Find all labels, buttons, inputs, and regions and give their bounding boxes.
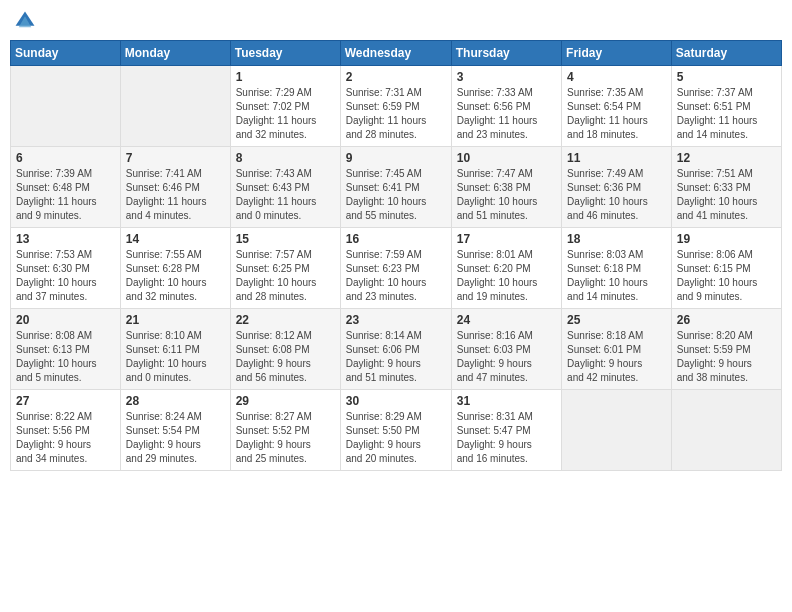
calendar-cell: 29Sunrise: 8:27 AM Sunset: 5:52 PM Dayli… bbox=[230, 390, 340, 471]
weekday-header: Monday bbox=[120, 41, 230, 66]
calendar-week-row: 1Sunrise: 7:29 AM Sunset: 7:02 PM Daylig… bbox=[11, 66, 782, 147]
day-detail: Sunrise: 8:18 AM Sunset: 6:01 PM Dayligh… bbox=[567, 329, 666, 385]
day-detail: Sunrise: 7:35 AM Sunset: 6:54 PM Dayligh… bbox=[567, 86, 666, 142]
calendar-cell: 27Sunrise: 8:22 AM Sunset: 5:56 PM Dayli… bbox=[11, 390, 121, 471]
day-number: 31 bbox=[457, 394, 556, 408]
calendar-cell: 13Sunrise: 7:53 AM Sunset: 6:30 PM Dayli… bbox=[11, 228, 121, 309]
calendar-cell: 5Sunrise: 7:37 AM Sunset: 6:51 PM Daylig… bbox=[671, 66, 781, 147]
calendar-cell: 8Sunrise: 7:43 AM Sunset: 6:43 PM Daylig… bbox=[230, 147, 340, 228]
calendar-cell: 25Sunrise: 8:18 AM Sunset: 6:01 PM Dayli… bbox=[562, 309, 672, 390]
day-number: 19 bbox=[677, 232, 776, 246]
day-detail: Sunrise: 7:57 AM Sunset: 6:25 PM Dayligh… bbox=[236, 248, 335, 304]
calendar-cell: 23Sunrise: 8:14 AM Sunset: 6:06 PM Dayli… bbox=[340, 309, 451, 390]
calendar-cell bbox=[11, 66, 121, 147]
day-number: 29 bbox=[236, 394, 335, 408]
day-number: 11 bbox=[567, 151, 666, 165]
day-detail: Sunrise: 7:29 AM Sunset: 7:02 PM Dayligh… bbox=[236, 86, 335, 142]
day-number: 24 bbox=[457, 313, 556, 327]
calendar-cell: 24Sunrise: 8:16 AM Sunset: 6:03 PM Dayli… bbox=[451, 309, 561, 390]
day-detail: Sunrise: 8:08 AM Sunset: 6:13 PM Dayligh… bbox=[16, 329, 115, 385]
calendar-cell: 12Sunrise: 7:51 AM Sunset: 6:33 PM Dayli… bbox=[671, 147, 781, 228]
day-detail: Sunrise: 8:01 AM Sunset: 6:20 PM Dayligh… bbox=[457, 248, 556, 304]
day-detail: Sunrise: 7:37 AM Sunset: 6:51 PM Dayligh… bbox=[677, 86, 776, 142]
day-detail: Sunrise: 7:49 AM Sunset: 6:36 PM Dayligh… bbox=[567, 167, 666, 223]
calendar-week-row: 20Sunrise: 8:08 AM Sunset: 6:13 PM Dayli… bbox=[11, 309, 782, 390]
day-number: 4 bbox=[567, 70, 666, 84]
day-detail: Sunrise: 7:47 AM Sunset: 6:38 PM Dayligh… bbox=[457, 167, 556, 223]
day-number: 26 bbox=[677, 313, 776, 327]
calendar-cell: 3Sunrise: 7:33 AM Sunset: 6:56 PM Daylig… bbox=[451, 66, 561, 147]
calendar-cell: 22Sunrise: 8:12 AM Sunset: 6:08 PM Dayli… bbox=[230, 309, 340, 390]
calendar-cell: 14Sunrise: 7:55 AM Sunset: 6:28 PM Dayli… bbox=[120, 228, 230, 309]
day-number: 20 bbox=[16, 313, 115, 327]
day-detail: Sunrise: 8:12 AM Sunset: 6:08 PM Dayligh… bbox=[236, 329, 335, 385]
day-detail: Sunrise: 7:43 AM Sunset: 6:43 PM Dayligh… bbox=[236, 167, 335, 223]
weekday-header: Saturday bbox=[671, 41, 781, 66]
day-detail: Sunrise: 8:16 AM Sunset: 6:03 PM Dayligh… bbox=[457, 329, 556, 385]
day-detail: Sunrise: 7:51 AM Sunset: 6:33 PM Dayligh… bbox=[677, 167, 776, 223]
calendar-cell: 19Sunrise: 8:06 AM Sunset: 6:15 PM Dayli… bbox=[671, 228, 781, 309]
day-detail: Sunrise: 7:45 AM Sunset: 6:41 PM Dayligh… bbox=[346, 167, 446, 223]
day-number: 3 bbox=[457, 70, 556, 84]
day-detail: Sunrise: 7:55 AM Sunset: 6:28 PM Dayligh… bbox=[126, 248, 225, 304]
calendar-cell: 6Sunrise: 7:39 AM Sunset: 6:48 PM Daylig… bbox=[11, 147, 121, 228]
calendar-cell bbox=[562, 390, 672, 471]
day-number: 16 bbox=[346, 232, 446, 246]
day-number: 13 bbox=[16, 232, 115, 246]
day-detail: Sunrise: 8:29 AM Sunset: 5:50 PM Dayligh… bbox=[346, 410, 446, 466]
day-detail: Sunrise: 7:31 AM Sunset: 6:59 PM Dayligh… bbox=[346, 86, 446, 142]
calendar-cell: 7Sunrise: 7:41 AM Sunset: 6:46 PM Daylig… bbox=[120, 147, 230, 228]
calendar-cell: 20Sunrise: 8:08 AM Sunset: 6:13 PM Dayli… bbox=[11, 309, 121, 390]
day-number: 28 bbox=[126, 394, 225, 408]
weekday-header: Wednesday bbox=[340, 41, 451, 66]
day-number: 21 bbox=[126, 313, 225, 327]
day-detail: Sunrise: 7:59 AM Sunset: 6:23 PM Dayligh… bbox=[346, 248, 446, 304]
calendar-cell: 30Sunrise: 8:29 AM Sunset: 5:50 PM Dayli… bbox=[340, 390, 451, 471]
day-number: 14 bbox=[126, 232, 225, 246]
day-detail: Sunrise: 7:41 AM Sunset: 6:46 PM Dayligh… bbox=[126, 167, 225, 223]
day-detail: Sunrise: 8:27 AM Sunset: 5:52 PM Dayligh… bbox=[236, 410, 335, 466]
day-detail: Sunrise: 7:33 AM Sunset: 6:56 PM Dayligh… bbox=[457, 86, 556, 142]
calendar-cell bbox=[120, 66, 230, 147]
calendar-header-row: SundayMondayTuesdayWednesdayThursdayFrid… bbox=[11, 41, 782, 66]
weekday-header: Tuesday bbox=[230, 41, 340, 66]
day-number: 2 bbox=[346, 70, 446, 84]
day-number: 7 bbox=[126, 151, 225, 165]
calendar-cell: 31Sunrise: 8:31 AM Sunset: 5:47 PM Dayli… bbox=[451, 390, 561, 471]
calendar-cell: 26Sunrise: 8:20 AM Sunset: 5:59 PM Dayli… bbox=[671, 309, 781, 390]
day-number: 8 bbox=[236, 151, 335, 165]
day-number: 18 bbox=[567, 232, 666, 246]
page-header bbox=[10, 10, 782, 32]
day-number: 25 bbox=[567, 313, 666, 327]
day-detail: Sunrise: 8:22 AM Sunset: 5:56 PM Dayligh… bbox=[16, 410, 115, 466]
day-detail: Sunrise: 8:14 AM Sunset: 6:06 PM Dayligh… bbox=[346, 329, 446, 385]
calendar-cell: 15Sunrise: 7:57 AM Sunset: 6:25 PM Dayli… bbox=[230, 228, 340, 309]
day-number: 12 bbox=[677, 151, 776, 165]
day-detail: Sunrise: 8:24 AM Sunset: 5:54 PM Dayligh… bbox=[126, 410, 225, 466]
calendar-week-row: 6Sunrise: 7:39 AM Sunset: 6:48 PM Daylig… bbox=[11, 147, 782, 228]
calendar-cell: 10Sunrise: 7:47 AM Sunset: 6:38 PM Dayli… bbox=[451, 147, 561, 228]
day-number: 10 bbox=[457, 151, 556, 165]
calendar-cell: 18Sunrise: 8:03 AM Sunset: 6:18 PM Dayli… bbox=[562, 228, 672, 309]
calendar-cell: 28Sunrise: 8:24 AM Sunset: 5:54 PM Dayli… bbox=[120, 390, 230, 471]
logo bbox=[14, 10, 40, 32]
calendar-cell: 11Sunrise: 7:49 AM Sunset: 6:36 PM Dayli… bbox=[562, 147, 672, 228]
day-number: 27 bbox=[16, 394, 115, 408]
day-detail: Sunrise: 7:39 AM Sunset: 6:48 PM Dayligh… bbox=[16, 167, 115, 223]
day-number: 23 bbox=[346, 313, 446, 327]
calendar-table: SundayMondayTuesdayWednesdayThursdayFrid… bbox=[10, 40, 782, 471]
calendar-cell: 16Sunrise: 7:59 AM Sunset: 6:23 PM Dayli… bbox=[340, 228, 451, 309]
day-number: 6 bbox=[16, 151, 115, 165]
calendar-cell: 9Sunrise: 7:45 AM Sunset: 6:41 PM Daylig… bbox=[340, 147, 451, 228]
day-number: 30 bbox=[346, 394, 446, 408]
day-detail: Sunrise: 8:31 AM Sunset: 5:47 PM Dayligh… bbox=[457, 410, 556, 466]
day-detail: Sunrise: 8:03 AM Sunset: 6:18 PM Dayligh… bbox=[567, 248, 666, 304]
calendar-cell: 4Sunrise: 7:35 AM Sunset: 6:54 PM Daylig… bbox=[562, 66, 672, 147]
calendar-cell bbox=[671, 390, 781, 471]
day-detail: Sunrise: 8:10 AM Sunset: 6:11 PM Dayligh… bbox=[126, 329, 225, 385]
day-detail: Sunrise: 8:20 AM Sunset: 5:59 PM Dayligh… bbox=[677, 329, 776, 385]
calendar-week-row: 27Sunrise: 8:22 AM Sunset: 5:56 PM Dayli… bbox=[11, 390, 782, 471]
day-detail: Sunrise: 7:53 AM Sunset: 6:30 PM Dayligh… bbox=[16, 248, 115, 304]
day-number: 17 bbox=[457, 232, 556, 246]
day-detail: Sunrise: 8:06 AM Sunset: 6:15 PM Dayligh… bbox=[677, 248, 776, 304]
